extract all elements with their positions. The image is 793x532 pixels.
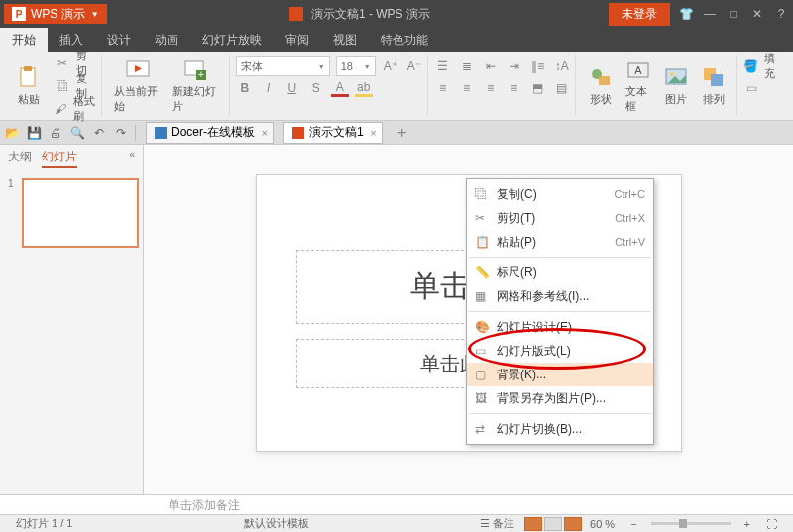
font-family-select[interactable]: 宋体▼ <box>236 56 330 76</box>
outline-icon[interactable]: ▭ <box>743 79 761 97</box>
copy-icon[interactable]: ⿻ <box>54 77 70 95</box>
svg-rect-1 <box>24 66 32 71</box>
view-sorter-button[interactable] <box>544 517 562 531</box>
indent-dec-icon[interactable]: ⇤ <box>482 57 500 75</box>
ctx-layout[interactable]: ▭幻灯片版式(L) <box>467 339 653 363</box>
paste-button[interactable]: 粘贴 <box>10 55 48 116</box>
bullets-icon[interactable]: ☰ <box>434 57 452 75</box>
align-left-icon[interactable]: ≡ <box>434 79 452 97</box>
numbering-icon[interactable]: ≣ <box>458 57 476 75</box>
format-brush-label[interactable]: 格式刷 <box>73 94 98 124</box>
menu-review[interactable]: 审阅 <box>274 28 321 52</box>
ctx-cut-shortcut: Ctrl+X <box>615 212 645 224</box>
italic-icon[interactable]: I <box>260 79 278 97</box>
ctx-grid[interactable]: ▦网格和参考线(I)... <box>467 284 653 308</box>
close-tab-icon[interactable]: × <box>262 127 268 139</box>
ctx-save-bg[interactable]: 🖼背景另存为图片(P)... <box>467 386 653 410</box>
add-tab-button[interactable]: + <box>389 125 416 141</box>
ctx-paste-label: 粘贴(P) <box>497 234 615 251</box>
shrink-font-icon[interactable]: A⁻ <box>405 57 423 75</box>
menu-design[interactable]: 设计 <box>95 28 143 52</box>
app-brand-menu[interactable]: P WPS 演示 ▼ <box>4 4 107 24</box>
shadow-icon[interactable]: S <box>307 79 325 97</box>
zoom-level[interactable]: 60 % <box>590 518 615 530</box>
slide-thumbnail-1[interactable] <box>22 178 139 248</box>
menu-start[interactable]: 开始 <box>0 28 48 52</box>
fit-window-button[interactable]: ⛶ <box>766 518 777 530</box>
align-right-icon[interactable]: ≡ <box>482 79 500 97</box>
ctx-copy[interactable]: ⿻复制(C)Ctrl+C <box>467 182 653 206</box>
side-collapse-icon[interactable]: « <box>129 149 135 168</box>
play-icon <box>125 57 151 82</box>
font-size-select[interactable]: 18▼ <box>336 56 376 76</box>
text-direction-icon[interactable]: ↕A <box>553 57 571 75</box>
cut-icon[interactable]: ✂ <box>54 54 70 72</box>
app-logo-icon: P <box>12 7 26 21</box>
close-button[interactable]: ✕ <box>745 7 769 21</box>
align-top-icon[interactable]: ⬒ <box>529 79 547 97</box>
image-button[interactable]: 图片 <box>657 55 695 116</box>
save-icon[interactable]: 💾 <box>26 125 42 141</box>
login-button[interactable]: 未登录 <box>609 3 670 26</box>
help-icon[interactable]: ? <box>769 7 793 21</box>
ctx-background[interactable]: ▢背景(K)... <box>467 363 653 386</box>
ctx-transition[interactable]: ⇄幻灯片切换(B)... <box>467 417 653 441</box>
ctx-ruler[interactable]: 📏标尺(R) <box>467 261 653 284</box>
undo-icon[interactable]: ↶ <box>91 125 107 141</box>
open-icon[interactable]: 📂 <box>4 125 20 141</box>
justify-icon[interactable]: ≡ <box>506 79 523 97</box>
grow-font-icon[interactable]: A⁺ <box>382 57 399 75</box>
print-preview-icon[interactable]: 🔍 <box>69 125 85 141</box>
menu-bar: 开始 插入 设计 动画 幻灯片放映 审阅 视图 特色功能 <box>0 28 793 52</box>
print-icon[interactable]: 🖨 <box>48 125 63 141</box>
side-tab-slides[interactable]: 幻灯片 <box>42 149 77 168</box>
zoom-out-button[interactable]: − <box>630 518 636 530</box>
arrange-button[interactable]: 排列 <box>695 55 733 116</box>
maximize-button[interactable]: □ <box>722 7 745 21</box>
design-icon: 🎨 <box>475 320 497 334</box>
layout-icon: ▭ <box>475 344 497 358</box>
fill-icon[interactable]: 🪣 <box>743 57 758 75</box>
view-normal-button[interactable] <box>524 517 542 531</box>
zoom-in-button[interactable]: + <box>744 518 750 530</box>
menu-animation[interactable]: 动画 <box>143 28 190 52</box>
align-center-icon[interactable]: ≡ <box>458 79 476 97</box>
ctx-cut[interactable]: ✂剪切(T)Ctrl+X <box>467 206 653 230</box>
close-tab-icon[interactable]: × <box>370 127 376 139</box>
menu-view[interactable]: 视图 <box>321 28 369 52</box>
view-slideshow-button[interactable] <box>564 517 582 531</box>
line-spacing-icon[interactable]: ‖≡ <box>529 57 547 75</box>
side-panel: 大纲 幻灯片 « 1 <box>0 145 144 494</box>
side-tab-outline[interactable]: 大纲 <box>8 149 32 168</box>
zoom-slider[interactable] <box>651 522 731 525</box>
thumbnails: 1 <box>0 168 143 494</box>
ctx-paste[interactable]: 📋粘贴(P)Ctrl+V <box>467 230 653 254</box>
align-middle-icon[interactable]: ▤ <box>553 79 571 97</box>
ctx-separator <box>469 413 651 414</box>
doc-tab-presentation[interactable]: 演示文稿1 × <box>283 122 383 144</box>
notes-pane[interactable]: 单击添加备注 <box>0 494 793 514</box>
textbox-button[interactable]: A文本框 <box>620 55 657 116</box>
skin-icon[interactable]: 👕 <box>674 7 698 21</box>
arrange-icon <box>701 64 727 90</box>
play-from-current-button[interactable]: 从当前开始 <box>108 55 167 116</box>
menu-feature[interactable]: 特色功能 <box>369 28 440 52</box>
new-slide-button[interactable]: + 新建幻灯片 <box>167 55 225 116</box>
zoom-thumb[interactable] <box>679 519 687 528</box>
minimize-button[interactable]: — <box>698 7 722 21</box>
redo-icon[interactable]: ↷ <box>113 125 129 141</box>
transition-icon: ⇄ <box>475 422 497 436</box>
highlight-icon[interactable]: ab <box>355 79 373 97</box>
menu-slideshow[interactable]: 幻灯片放映 <box>190 28 274 52</box>
doc-tab-docer[interactable]: Docer-在线模板 × <box>146 122 274 144</box>
status-remark[interactable]: ☰ 备注 <box>480 516 514 531</box>
svg-rect-8 <box>599 76 610 85</box>
ctx-design[interactable]: 🎨幻灯片设计(E)... <box>467 315 653 339</box>
indent-inc-icon[interactable]: ⇥ <box>506 57 523 75</box>
tab-docer-label: Docer-在线模板 <box>171 124 255 141</box>
shapes-button[interactable]: 形状 <box>582 55 620 116</box>
font-color-icon[interactable]: A <box>331 79 349 97</box>
format-brush-icon[interactable]: 🖌 <box>54 100 67 118</box>
bold-icon[interactable]: B <box>236 79 254 97</box>
underline-icon[interactable]: U <box>283 79 301 97</box>
